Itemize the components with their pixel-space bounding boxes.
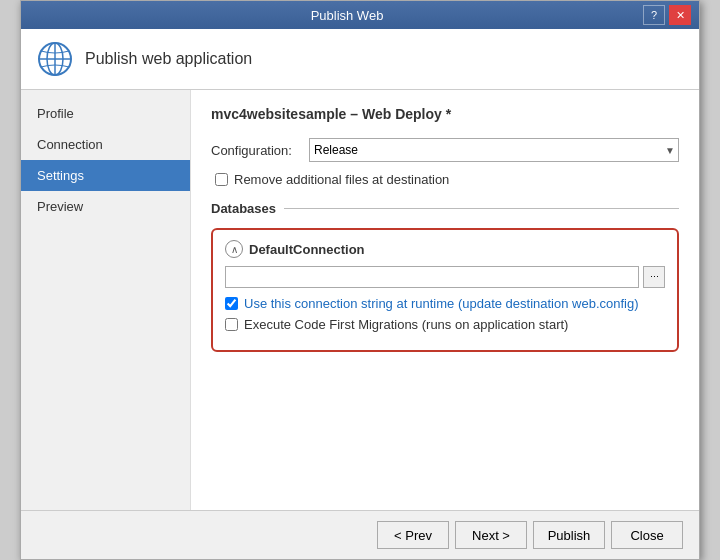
use-connection-string-checkbox[interactable] xyxy=(225,297,238,310)
use-connection-string-row: Use this connection string at runtime (u… xyxy=(225,296,665,311)
remove-files-row: Remove additional files at destination xyxy=(215,172,679,187)
code-first-migrations-checkbox[interactable] xyxy=(225,318,238,331)
prev-button[interactable]: < Prev xyxy=(377,521,449,549)
title-bar-controls: ? ✕ xyxy=(643,5,691,25)
default-connection-group: ∧ DefaultConnection ⋯ Use this connectio… xyxy=(211,228,679,352)
next-button[interactable]: Next > xyxy=(455,521,527,549)
sidebar: Profile Connection Settings Preview xyxy=(21,90,191,510)
db-toggle-icon: ∧ xyxy=(231,244,238,255)
content-area: Profile Connection Settings Preview mvc4… xyxy=(21,90,699,510)
code-first-migrations-label: Execute Code First Migrations (runs on a… xyxy=(244,317,568,332)
dialog-header: Publish web application xyxy=(21,29,699,90)
help-button[interactable]: ? xyxy=(643,5,665,25)
config-select-wrapper: Release ▼ xyxy=(309,138,679,162)
databases-divider xyxy=(284,208,679,209)
remove-files-label: Remove additional files at destination xyxy=(234,172,449,187)
db-browse-button[interactable]: ⋯ xyxy=(643,266,665,288)
config-row: Configuration: Release ▼ xyxy=(211,138,679,162)
sidebar-item-settings[interactable]: Settings xyxy=(21,160,190,191)
globe-icon xyxy=(37,41,73,77)
dialog-title: Publish Web xyxy=(51,8,643,23)
header-title: Publish web application xyxy=(85,50,252,68)
db-connection-name: DefaultConnection xyxy=(249,242,365,257)
config-label: Configuration: xyxy=(211,143,301,158)
config-select[interactable]: Release xyxy=(309,138,679,162)
use-connection-string-label: Use this connection string at runtime (u… xyxy=(244,296,639,311)
code-first-migrations-row: Execute Code First Migrations (runs on a… xyxy=(225,317,665,332)
main-content: mvc4websitesample – Web Deploy * Configu… xyxy=(191,90,699,510)
databases-section-header: Databases xyxy=(211,201,679,216)
remove-files-checkbox[interactable] xyxy=(215,173,228,186)
deploy-title: mvc4websitesample – Web Deploy * xyxy=(211,106,679,122)
sidebar-item-profile[interactable]: Profile xyxy=(21,98,190,129)
databases-label: Databases xyxy=(211,201,276,216)
sidebar-item-preview[interactable]: Preview xyxy=(21,191,190,222)
close-button[interactable]: Close xyxy=(611,521,683,549)
db-connection-string-input[interactable] xyxy=(225,266,639,288)
dialog-footer: < Prev Next > Publish Close xyxy=(21,510,699,559)
sidebar-item-connection[interactable]: Connection xyxy=(21,129,190,160)
db-toggle-button[interactable]: ∧ xyxy=(225,240,243,258)
db-header: ∧ DefaultConnection xyxy=(225,240,665,258)
publish-web-dialog: Publish Web ? ✕ Publish web application … xyxy=(20,0,700,560)
publish-button[interactable]: Publish xyxy=(533,521,605,549)
title-bar: Publish Web ? ✕ xyxy=(21,1,699,29)
db-input-row: ⋯ xyxy=(225,266,665,288)
close-title-button[interactable]: ✕ xyxy=(669,5,691,25)
db-browse-icon: ⋯ xyxy=(650,272,659,282)
